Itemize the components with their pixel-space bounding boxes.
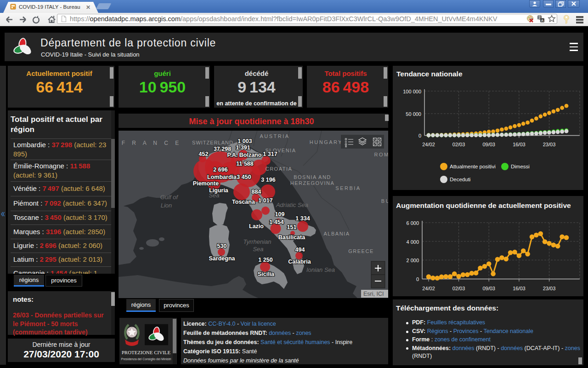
svg-text:09/03: 09/03 <box>482 286 495 291</box>
svg-text:Attualmente positivi: Attualmente positivi <box>450 164 496 169</box>
svg-text:0: 0 <box>416 276 419 282</box>
svg-text:50 000: 50 000 <box>406 111 421 117</box>
svg-text:24/02: 24/02 <box>422 286 435 291</box>
svg-text:23/03: 23/03 <box>543 286 556 291</box>
svg-text:4 000: 4 000 <box>406 239 419 245</box>
svg-text:23/03: 23/03 <box>543 142 556 147</box>
svg-text:16/03: 16/03 <box>513 286 526 291</box>
svg-text:24/02: 24/02 <box>422 142 435 147</box>
svg-text:Deceduti: Deceduti <box>450 177 470 182</box>
svg-text:0: 0 <box>418 133 421 138</box>
svg-text:6 000: 6 000 <box>406 220 419 226</box>
svg-text:09/03: 09/03 <box>482 142 495 147</box>
svg-text:16/03: 16/03 <box>513 142 526 147</box>
svg-text:100 000: 100 000 <box>403 89 421 94</box>
svg-text:02/03: 02/03 <box>452 142 465 147</box>
svg-text:02/03: 02/03 <box>452 286 465 291</box>
svg-text:2 000: 2 000 <box>406 258 419 263</box>
svg-text:Dimessi: Dimessi <box>511 164 530 169</box>
